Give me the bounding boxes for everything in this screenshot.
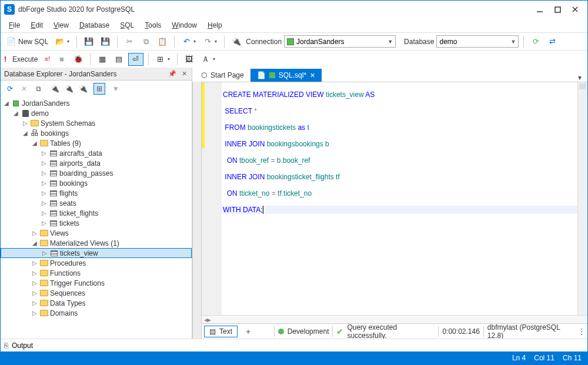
- reconnect-button[interactable]: ⟳: [529, 36, 543, 48]
- database-icon: [22, 110, 29, 117]
- editor-margin: [192, 82, 202, 339]
- tree-domains[interactable]: ▷Domains: [1, 308, 192, 318]
- tree-database[interactable]: ◢demo: [1, 108, 192, 118]
- tree-table[interactable]: ▷boarding_passes: [1, 168, 192, 178]
- paste-button[interactable]: 📋: [155, 36, 169, 48]
- tab-sql[interactable]: 📄 SQL.sql* ✕: [250, 69, 322, 82]
- new-connection-button[interactable]: 🔌: [49, 83, 61, 95]
- menu-window[interactable]: Window: [167, 20, 202, 31]
- tree-connection[interactable]: ◢JordanSanders: [1, 98, 192, 108]
- tree-table[interactable]: ▷airports_data: [1, 158, 192, 168]
- tab-close-icon[interactable]: ✕: [310, 72, 315, 79]
- new-window-button[interactable]: ⧉: [32, 83, 44, 95]
- remove-connection-button[interactable]: 🔌: [77, 83, 89, 95]
- editor-gutter: [202, 82, 222, 315]
- execute-cursor-icon: ≡!: [45, 56, 50, 62]
- menu-sql[interactable]: SQL: [115, 20, 139, 31]
- redo-button[interactable]: ↷▾: [201, 36, 219, 48]
- menu-database[interactable]: Database: [75, 20, 114, 31]
- tree-table[interactable]: ▷aircrafts_data: [1, 148, 192, 158]
- sync-button[interactable]: ⇄: [545, 36, 559, 48]
- minimize-button[interactable]: [531, 2, 549, 16]
- text-view-tab[interactable]: ▤ Text: [204, 326, 238, 337]
- refresh-button[interactable]: ⟳: [4, 83, 16, 95]
- panel-close-icon[interactable]: ✕: [180, 70, 188, 78]
- tree-procedures[interactable]: ▷Procedures: [1, 258, 192, 268]
- menu-edit[interactable]: Edit: [26, 20, 48, 31]
- save-all-button[interactable]: 💾: [98, 36, 112, 48]
- cut-button[interactable]: ✂: [122, 36, 136, 48]
- menu-file[interactable]: File: [4, 20, 25, 31]
- menu-help[interactable]: Help: [203, 20, 227, 31]
- tree-materialized-view-item[interactable]: ▷tickets_view: [1, 248, 192, 258]
- pin-icon[interactable]: 📌: [168, 70, 176, 78]
- maximize-button[interactable]: [549, 2, 566, 16]
- delete-button[interactable]: ✕: [18, 83, 30, 95]
- tree-table[interactable]: ▷bookings: [1, 178, 192, 188]
- word-wrap-button[interactable]: ⏎: [128, 53, 143, 66]
- plug-icon: [13, 101, 19, 106]
- new-sql-icon: 📄: [6, 37, 16, 46]
- execute-marker-icon: !: [4, 55, 6, 63]
- tree-system-schemas[interactable]: ▷System Schemas: [1, 118, 192, 128]
- add-view-button[interactable]: +: [241, 326, 255, 337]
- execute-to-cursor-button[interactable]: ≡!: [42, 55, 52, 63]
- code-area[interactable]: CREATE MATERIALIZED VIEW tickets_view AS…: [222, 82, 577, 315]
- tree-table[interactable]: ▷tickets: [1, 218, 192, 228]
- tree-table[interactable]: ▷ticket_flights: [1, 208, 192, 218]
- output-button[interactable]: Output: [12, 341, 33, 350]
- vertical-scrollbar[interactable]: [577, 82, 587, 315]
- explorer-title: Database Explorer - JordanSanders: [4, 70, 165, 78]
- connection-label: Connection: [246, 38, 282, 46]
- comment-button[interactable]: ⊞▾: [153, 53, 172, 65]
- connection-status-icon: [287, 38, 294, 45]
- tree-views[interactable]: ▷Views: [1, 228, 192, 238]
- view-icon: [51, 250, 58, 256]
- tab-menu-icon[interactable]: ▾: [574, 73, 585, 82]
- export-button[interactable]: 🖼: [182, 53, 196, 65]
- table-icon: [50, 220, 57, 226]
- filter-button[interactable]: ▼: [110, 83, 122, 95]
- tree-tables[interactable]: ◢Tables (9): [1, 138, 192, 148]
- close-button[interactable]: [566, 2, 584, 16]
- new-sql-button[interactable]: 📄 New SQL: [4, 36, 51, 48]
- undo-button[interactable]: ↶▾: [179, 36, 198, 48]
- tab-start-page[interactable]: ⬡ Start Page: [195, 69, 250, 82]
- tree-schema-bookings[interactable]: ◢品bookings: [1, 128, 192, 138]
- connection-manager-button[interactable]: 🔌: [229, 36, 243, 48]
- tree-functions[interactable]: ▷Functions: [1, 268, 192, 278]
- query-builder-button[interactable]: ▦: [95, 53, 109, 65]
- save-all-icon: 💾: [101, 37, 110, 46]
- copy-button[interactable]: ⧉: [139, 36, 153, 48]
- status-menu-icon[interactable]: ⋮: [578, 327, 585, 336]
- menu-tools[interactable]: Tools: [140, 20, 166, 31]
- execute-button[interactable]: Execute: [10, 54, 40, 65]
- open-file-button[interactable]: 📂▾: [53, 36, 72, 48]
- separator: [332, 326, 333, 337]
- connection-combo[interactable]: JordanSanders ▼: [284, 35, 396, 48]
- connection-value: JordanSanders: [296, 38, 344, 46]
- tree-data-types[interactable]: ▷Data Types: [1, 298, 192, 308]
- horizontal-scrollbar[interactable]: ◂▸: [202, 315, 587, 323]
- show-all-button[interactable]: ⊞: [93, 83, 105, 95]
- text-tab-label: Text: [219, 327, 232, 336]
- database-combo[interactable]: demo ▼: [436, 35, 519, 48]
- save-button[interactable]: 💾: [82, 36, 96, 48]
- folder-icon: [40, 280, 48, 286]
- success-icon: ✔: [336, 327, 343, 336]
- menu-view[interactable]: View: [49, 20, 74, 31]
- tree-materialized-views[interactable]: ◢Materialized Views (1): [1, 238, 192, 248]
- tree-trigger-functions[interactable]: ▷Trigger Functions: [1, 278, 192, 288]
- stop-button[interactable]: ■: [55, 53, 69, 65]
- disconnect-button[interactable]: 🔌: [63, 83, 75, 95]
- sql-editor[interactable]: CREATE MATERIALIZED VIEW tickets_view AS…: [202, 82, 587, 315]
- format-button[interactable]: Ａ▾: [199, 53, 218, 65]
- intellisense-button[interactable]: ▤: [112, 53, 126, 65]
- table-icon: [50, 150, 57, 156]
- tree-table[interactable]: ▷flights: [1, 188, 192, 198]
- database-tree[interactable]: ◢JordanSanders ◢demo ▷System Schemas ◢品b…: [1, 97, 192, 339]
- debug-button[interactable]: 🐞: [71, 53, 85, 65]
- tree-table[interactable]: ▷seats: [1, 198, 192, 208]
- tree-sequences[interactable]: ▷Sequences: [1, 288, 192, 298]
- status-line: Ln 4: [512, 354, 526, 362]
